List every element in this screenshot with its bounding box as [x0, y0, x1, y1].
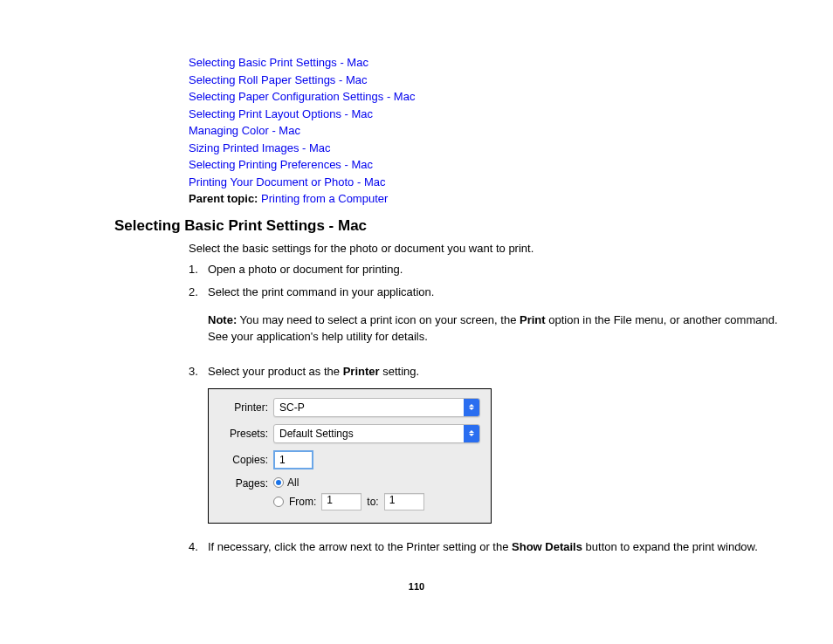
from-input[interactable]: 1 — [321, 493, 361, 510]
parent-topic-link[interactable]: Printing from a Computer — [261, 192, 388, 205]
presets-value: Default Settings — [274, 424, 464, 443]
link-basic-print-settings[interactable]: Selecting Basic Print Settings - Mac — [189, 54, 789, 72]
link-paper-configuration[interactable]: Selecting Paper Configuration Settings -… — [189, 88, 789, 106]
step-3: 3. Select your product as the Printer se… — [189, 364, 789, 380]
steps-list: 1. Open a photo or document for printing… — [189, 262, 789, 380]
step-number: 2. — [189, 284, 208, 357]
from-label: From: — [289, 496, 316, 508]
note: Note: You may need to select a print ico… — [208, 312, 789, 344]
link-printing-preferences[interactable]: Selecting Printing Preferences - Mac — [189, 156, 789, 174]
pages-from-row: From: 1 to: 1 — [273, 493, 480, 510]
radio-selected-icon — [273, 477, 284, 488]
step-number: 3. — [189, 364, 208, 380]
link-sizing-printed-images[interactable]: Sizing Printed Images - Mac — [189, 140, 789, 157]
copies-row: Copies: 1 — [219, 450, 480, 469]
link-roll-paper-settings[interactable]: Selecting Roll Paper Settings - Mac — [189, 72, 789, 89]
page-number: 110 — [0, 581, 833, 592]
step-number: 4. — [189, 539, 208, 555]
presets-select[interactable]: Default Settings — [273, 424, 480, 443]
chevron-updown-icon — [464, 425, 479, 442]
step-bold: Printer — [343, 365, 380, 378]
presets-label: Presets: — [219, 428, 268, 440]
pages-label: Pages: — [219, 476, 268, 490]
related-links-list: Selecting Basic Print Settings - Mac Sel… — [189, 54, 789, 190]
parent-topic: Parent topic: Printing from a Computer — [189, 192, 789, 205]
link-managing-color[interactable]: Managing Color - Mac — [189, 122, 789, 140]
step-number: 1. — [189, 262, 208, 277]
to-input[interactable]: 1 — [384, 493, 424, 510]
to-label: to: — [367, 496, 378, 508]
step-1: 1. Open a photo or document for printing… — [189, 262, 789, 277]
link-printing-document-photo[interactable]: Printing Your Document or Photo - Mac — [189, 174, 789, 191]
presets-row: Presets: Default Settings — [219, 424, 480, 443]
printer-label: Printer: — [219, 401, 268, 414]
pages-all-radio[interactable]: All — [273, 476, 299, 489]
note-text-1: You may need to select a print icon on y… — [237, 313, 520, 326]
print-dialog: Printer: SC-P Presets: Default Settings — [208, 388, 492, 524]
intro-text: Select the basic settings for the photo … — [189, 242, 789, 255]
step-text-1: Select your product as the — [208, 365, 343, 378]
chevron-updown-icon — [464, 399, 479, 416]
copies-label: Copies: — [219, 454, 268, 466]
printer-value: SC-P — [274, 398, 464, 417]
link-print-layout-options[interactable]: Selecting Print Layout Options - Mac — [189, 106, 789, 123]
step-text-2: button to expand the print window. — [582, 540, 758, 553]
step-text-2: setting. — [380, 365, 420, 378]
step-bold: Show Details — [512, 540, 582, 553]
printer-row: Printer: SC-P — [219, 398, 480, 417]
step-text: Select the print command in your applica… — [208, 285, 434, 298]
pages-all-label: All — [287, 476, 299, 489]
pages-row: Pages: All — [219, 476, 480, 490]
step-text-1: If necessary, click the arrow next to th… — [208, 540, 512, 553]
section-heading: Selecting Basic Print Settings - Mac — [114, 217, 789, 235]
note-bold: Print — [520, 313, 546, 326]
radio-unselected-icon[interactable] — [273, 497, 284, 507]
step-4: 4. If necessary, click the arrow next to… — [189, 539, 789, 555]
parent-topic-label: Parent topic: — [189, 192, 258, 205]
step-2: 2. Select the print command in your appl… — [189, 284, 789, 357]
note-label: Note: — [208, 313, 237, 326]
copies-input[interactable]: 1 — [273, 450, 313, 469]
step-text: Open a photo or document for printing. — [208, 262, 789, 277]
steps-list-cont: 4. If necessary, click the arrow next to… — [189, 539, 789, 555]
printer-select[interactable]: SC-P — [273, 398, 480, 417]
